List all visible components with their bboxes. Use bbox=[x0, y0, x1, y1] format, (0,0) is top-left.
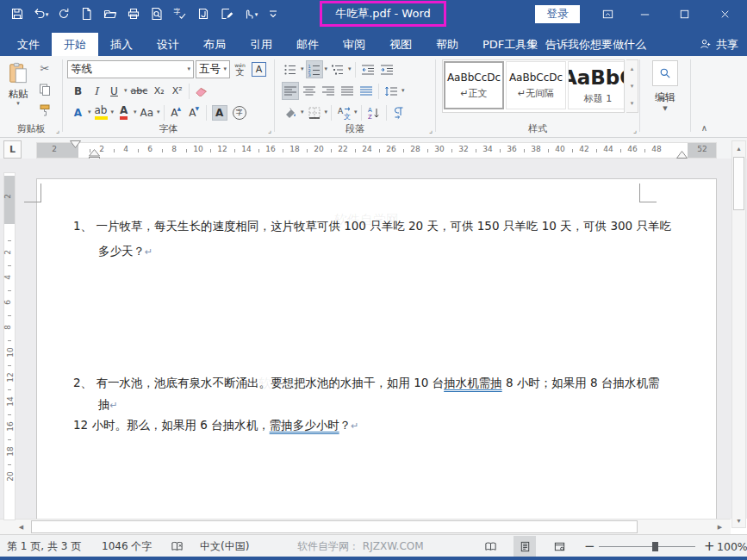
tab-4[interactable]: 布局 bbox=[191, 33, 238, 56]
numbering-button[interactable]: 123 bbox=[306, 60, 323, 78]
vertical-scrollbar[interactable]: ▲ ▼ bbox=[731, 140, 746, 528]
word-count[interactable]: 1046 个字 bbox=[102, 535, 152, 557]
page-indicator[interactable]: 第 1 页, 共 3 页 bbox=[7, 535, 81, 557]
font-color-button[interactable]: A bbox=[115, 103, 132, 121]
italic-button[interactable]: I bbox=[88, 82, 104, 100]
shading-dropdown-arrow[interactable]: ▾ bbox=[301, 109, 304, 115]
borders-dropdown-arrow[interactable]: ▾ bbox=[325, 109, 328, 115]
redo-button[interactable] bbox=[52, 3, 75, 25]
character-border-button[interactable]: A bbox=[250, 60, 268, 78]
bullets-dropdown-arrow[interactable]: ▾ bbox=[301, 66, 304, 72]
grow-font-button[interactable]: A▲ bbox=[168, 103, 184, 121]
print-preview-button[interactable] bbox=[145, 3, 168, 25]
underline-button[interactable]: U bbox=[106, 82, 122, 100]
bold-button[interactable]: B bbox=[70, 82, 86, 100]
clipboard-dialog-launcher[interactable]: ⌟ bbox=[56, 127, 59, 134]
decrease-indent-button[interactable] bbox=[359, 60, 377, 78]
find-button[interactable] bbox=[652, 60, 678, 86]
show-marks-button[interactable] bbox=[390, 103, 408, 121]
subscript-button[interactable]: X₂ bbox=[151, 82, 167, 100]
justify-button[interactable] bbox=[339, 82, 356, 100]
align-center-button[interactable] bbox=[301, 82, 318, 100]
print-layout-button[interactable] bbox=[514, 536, 536, 557]
styles-dialog-launcher[interactable]: ⌟ bbox=[633, 127, 637, 134]
style-scroll-down-button[interactable]: ▾ bbox=[626, 78, 638, 95]
highlight-dropdown-arrow[interactable]: ▾ bbox=[111, 109, 115, 115]
multilevel-dropdown-arrow[interactable]: ▾ bbox=[348, 66, 352, 72]
touch-mode-button[interactable]: ▾ bbox=[238, 3, 261, 25]
tab-6[interactable]: 邮件 bbox=[284, 33, 331, 56]
sort-button[interactable]: AZ bbox=[365, 103, 383, 121]
zoom-slider-handle[interactable] bbox=[652, 542, 658, 551]
language-indicator[interactable]: 中文(中国) bbox=[200, 535, 249, 557]
underline-dropdown-arrow[interactable]: ▾ bbox=[124, 88, 128, 94]
tell-me-box[interactable]: 告诉我你想要做什么 bbox=[527, 33, 646, 56]
editing-dropdown-arrow[interactable]: ▼ bbox=[640, 105, 690, 112]
new-doc-button[interactable] bbox=[75, 3, 98, 25]
tab-stop-selector[interactable]: L bbox=[3, 140, 22, 159]
style-card[interactable]: AaBbC标题 1 bbox=[568, 61, 625, 109]
align-right-button[interactable] bbox=[320, 82, 337, 100]
change-case-dropdown-arrow[interactable]: ▾ bbox=[157, 109, 160, 115]
undo-button[interactable]: ▾ bbox=[28, 3, 52, 25]
line-spacing-button[interactable] bbox=[383, 82, 400, 100]
qat-more-button[interactable] bbox=[261, 3, 284, 25]
clear-formatting-button[interactable] bbox=[193, 82, 210, 100]
increase-indent-button[interactable] bbox=[378, 60, 395, 78]
change-case-button[interactable]: Aa bbox=[139, 103, 156, 121]
tab-file[interactable]: 文件 bbox=[5, 33, 52, 56]
shrink-font-button[interactable]: A▼ bbox=[186, 103, 202, 121]
align-left-button[interactable] bbox=[282, 82, 299, 100]
web-layout-button[interactable] bbox=[548, 536, 570, 557]
superscript-button[interactable]: X² bbox=[169, 82, 185, 100]
style-card[interactable]: AaBbCcDc↵无间隔 bbox=[506, 61, 566, 109]
paste-button[interactable]: 粘贴 ▾ bbox=[3, 59, 33, 122]
font-name-select[interactable]: 等线 ▾ bbox=[67, 60, 194, 78]
tab-5[interactable]: 引用 bbox=[238, 33, 284, 56]
numbering-dropdown-arrow[interactable]: ▾ bbox=[325, 66, 328, 72]
format-painter-button[interactable] bbox=[36, 101, 53, 119]
text-effects-dropdown-arrow[interactable]: ▾ bbox=[88, 109, 91, 115]
tab-1[interactable]: 开始 bbox=[52, 33, 98, 56]
sign-in-button[interactable]: 登录 bbox=[535, 5, 580, 23]
style-scroll-up-button[interactable]: ▴ bbox=[626, 60, 638, 78]
strikethrough-button[interactable]: abc bbox=[129, 82, 150, 100]
close-button[interactable] bbox=[712, 0, 738, 28]
line-spacing-dropdown-arrow[interactable]: ▾ bbox=[402, 88, 405, 94]
horizontal-scroll-thumb[interactable] bbox=[31, 520, 638, 533]
tab-2[interactable]: 插入 bbox=[98, 33, 145, 56]
horizontal-scrollbar[interactable]: ◀ ▶ bbox=[0, 519, 731, 534]
right-indent-marker[interactable] bbox=[676, 151, 688, 159]
copy-button[interactable] bbox=[36, 80, 53, 98]
minimize-button[interactable] bbox=[632, 0, 657, 28]
text-effects-button[interactable]: A bbox=[70, 103, 86, 121]
zoom-level[interactable]: 100% bbox=[717, 535, 747, 557]
zoom-in-button[interactable]: + bbox=[704, 535, 715, 557]
scroll-right-arrow[interactable]: ▶ bbox=[713, 520, 727, 533]
collapse-ribbon-button[interactable]: ∧ bbox=[696, 122, 713, 134]
proofing-status[interactable] bbox=[171, 535, 184, 557]
style-gallery-more-button[interactable]: ▾ bbox=[626, 95, 638, 112]
style-card[interactable]: AaBbCcDc↵正文 bbox=[444, 61, 504, 109]
read-mode-button[interactable] bbox=[479, 536, 501, 557]
share-button[interactable]: 共享 bbox=[699, 33, 738, 56]
tab-9[interactable]: 帮助 bbox=[424, 33, 470, 56]
zoom-out-button[interactable]: − bbox=[584, 535, 595, 557]
first-line-indent-marker[interactable] bbox=[70, 140, 81, 148]
maximize-button[interactable] bbox=[671, 0, 697, 28]
spelling-button[interactable]: 字 bbox=[168, 3, 191, 25]
shading-button[interactable] bbox=[282, 103, 299, 121]
attachment-button[interactable] bbox=[191, 3, 215, 25]
scroll-down-arrow[interactable]: ▼ bbox=[732, 513, 745, 527]
scroll-left-arrow[interactable]: ◀ bbox=[14, 520, 28, 533]
enclose-characters-button[interactable]: 字 bbox=[231, 103, 248, 121]
asian-layout-button[interactable]: A文 bbox=[335, 103, 352, 121]
save-button[interactable] bbox=[5, 3, 28, 25]
font-color-dropdown-arrow[interactable]: ▾ bbox=[134, 109, 137, 115]
distribute-button[interactable] bbox=[358, 82, 375, 100]
multilevel-list-button[interactable] bbox=[329, 60, 346, 78]
character-shading-button[interactable]: A bbox=[210, 103, 229, 121]
tab-3[interactable]: 设计 bbox=[145, 33, 191, 56]
cut-button[interactable]: ✂ bbox=[36, 59, 53, 78]
tab-7[interactable]: 审阅 bbox=[331, 33, 377, 56]
